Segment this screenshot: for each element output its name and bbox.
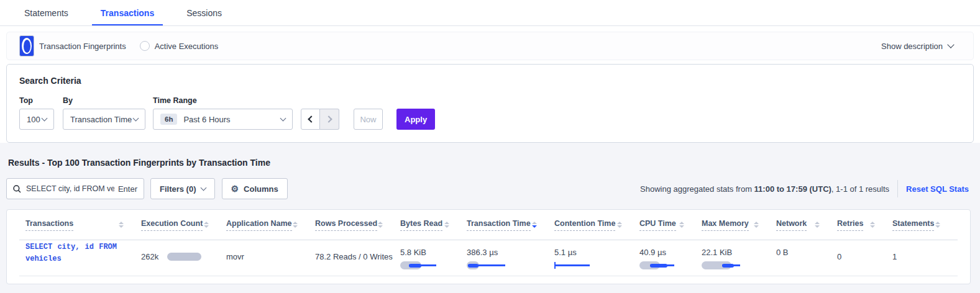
sort-icon[interactable] [293, 222, 298, 228]
radio-active-executions[interactable]: Active Executions [140, 41, 219, 51]
chevron-down-icon [200, 185, 206, 191]
sort-icon[interactable] [870, 222, 875, 228]
cpu-time-value: 40.9 µs [639, 248, 702, 257]
application-name-cell: movr [226, 240, 315, 261]
chevron-down-icon [947, 41, 954, 48]
column-header-execution-count: Execution Count [141, 219, 226, 231]
contention-time-value: 5.1 µs [554, 248, 639, 257]
column-label[interactable]: Max Memory [702, 219, 749, 231]
time-nav-group [301, 109, 339, 130]
bytes-read-cell: 5.8 KiB [400, 240, 467, 269]
by-select[interactable]: Transaction Time [63, 109, 145, 130]
now-button[interactable]: Now [354, 109, 383, 130]
execution-count-value: 262k [141, 252, 158, 261]
radio-selected-icon[interactable] [19, 35, 34, 56]
search-input[interactable] [26, 184, 114, 193]
contention-time-cell: 5.1 µs [554, 240, 639, 269]
radio-label: Transaction Fingerprints [39, 42, 126, 51]
metric-bar [702, 261, 746, 269]
column-label[interactable]: Transaction Time [467, 219, 531, 231]
column-label[interactable]: Network [776, 219, 807, 231]
search-box[interactable]: Enter [6, 178, 144, 199]
metric-bar [554, 261, 599, 269]
column-label[interactable]: Statements [892, 219, 934, 231]
sort-icon[interactable] [617, 222, 622, 228]
metric-bar [639, 261, 684, 269]
search-criteria-title: Search Criteria [19, 76, 961, 86]
results-heading: Results - Top 100 Transaction Fingerprin… [8, 158, 980, 168]
sort-icon[interactable] [204, 222, 209, 228]
column-header-max-memory: Max Memory [702, 219, 776, 231]
show-description-toggle[interactable]: Show description [881, 42, 961, 51]
sort-icon[interactable] [935, 222, 940, 228]
max-memory-value: 22.1 KiB [702, 248, 776, 257]
column-label[interactable]: Execution Count [141, 219, 203, 231]
radio-transaction-fingerprints[interactable]: Transaction Fingerprints [19, 35, 126, 56]
columns-button[interactable]: ⚙ Columns [222, 178, 288, 199]
column-header-contention-time: Contention Time [554, 219, 639, 231]
table-header-row: Transactions Execution Count Application… [19, 210, 958, 240]
enter-button[interactable]: Enter [118, 184, 137, 194]
filters-label: Filters (0) [160, 184, 196, 194]
column-label[interactable]: Rows Processed [315, 219, 377, 231]
prev-time-button[interactable] [301, 109, 320, 130]
stats-area: Showing aggregated stats from 11:00 to 1… [640, 180, 974, 197]
top-select-value: 100 [27, 115, 40, 124]
apply-button[interactable]: Apply [396, 109, 435, 130]
upper-section: Statements Transactions Sessions Transac… [0, 0, 980, 143]
sort-icon[interactable] [444, 222, 449, 228]
column-label[interactable]: Contention Time [554, 219, 615, 231]
sql-statement-link[interactable]: SELECT city, id FROM vehicles [25, 240, 128, 264]
cpu-time-cell: 40.9 µs [639, 240, 702, 269]
chevron-down-icon [280, 115, 286, 121]
sort-icon[interactable] [679, 222, 684, 228]
max-memory-cell: 22.1 KiB [702, 240, 776, 269]
sort-icon[interactable] [532, 222, 537, 228]
column-label[interactable]: Application Name [226, 219, 292, 231]
top-label: Top [19, 96, 63, 105]
search-icon [13, 185, 21, 193]
next-time-button[interactable] [320, 109, 339, 130]
sort-icon[interactable] [378, 222, 383, 228]
filters-button[interactable]: Filters (0) [150, 178, 215, 199]
chevron-down-icon [42, 115, 48, 121]
metric-bar [467, 261, 511, 269]
by-label: By [63, 96, 153, 105]
vertical-divider [897, 180, 898, 197]
metric-bar [400, 261, 445, 269]
column-header-retries: Retries [837, 219, 892, 231]
tab-bar: Statements Transactions Sessions [0, 0, 980, 26]
column-header-cpu-time: CPU Time [639, 219, 702, 231]
transaction-time-value: 386.3 µs [467, 248, 554, 257]
by-select-value: Transaction Time [70, 115, 132, 124]
chevron-left-icon [308, 115, 314, 122]
tab-transactions[interactable]: Transactions [92, 1, 163, 25]
column-label[interactable]: Transactions [25, 219, 73, 231]
time-range-value: Past 6 Hours [183, 115, 230, 124]
column-label[interactable]: Bytes Read [400, 219, 442, 231]
execution-count-cell: 262k [141, 240, 226, 261]
sort-icon[interactable] [119, 222, 124, 228]
bytes-read-value: 5.8 KiB [400, 248, 467, 257]
column-header-statements: Statements [892, 219, 958, 231]
tab-sessions[interactable]: Sessions [178, 1, 231, 25]
time-range-badge: 6h [160, 114, 177, 125]
stats-prefix: Showing aggregated stats from [640, 184, 754, 194]
column-header-network: Network [776, 219, 837, 231]
column-label[interactable]: Retries [837, 219, 863, 231]
radio-unselected-icon[interactable] [140, 41, 150, 51]
reset-sql-stats-link[interactable]: Reset SQL Stats [906, 184, 969, 194]
sort-icon[interactable] [815, 222, 820, 228]
chevron-down-icon [133, 115, 139, 121]
results-controls-row: Enter Filters (0) ⚙ Columns Showing aggr… [6, 178, 974, 199]
table-row: SELECT city, id FROM vehicles 262k movr … [19, 240, 958, 276]
gear-icon: ⚙ [231, 184, 239, 193]
stats-suffix: , 1-1 of 1 results [831, 184, 889, 194]
time-range-select[interactable]: 6h Past 6 Hours [153, 109, 293, 130]
time-range-label: Time Range [153, 96, 197, 105]
tab-statements[interactable]: Statements [16, 1, 77, 25]
column-label[interactable]: CPU Time [639, 219, 676, 231]
aggregated-stats-text: Showing aggregated stats from 11:00 to 1… [640, 184, 889, 194]
top-select[interactable]: 100 [19, 109, 54, 130]
sort-icon[interactable] [754, 222, 759, 228]
